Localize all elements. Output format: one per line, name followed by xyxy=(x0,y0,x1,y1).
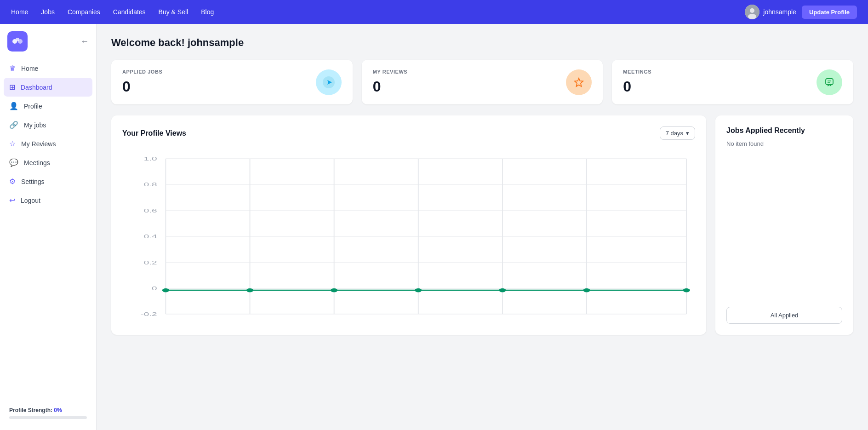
link-icon: 🔗 xyxy=(9,120,18,129)
svg-point-5 xyxy=(16,38,19,41)
sidebar-item-my-jobs[interactable]: 🔗 My jobs xyxy=(0,115,96,134)
chat-icon: 💬 xyxy=(9,158,18,167)
meetings-icon xyxy=(817,69,842,95)
avatar xyxy=(745,5,760,19)
my-reviews-icon xyxy=(566,69,592,95)
sidebar-item-settings[interactable]: ⚙ Settings xyxy=(0,172,96,191)
meetings-label: MEETINGS xyxy=(623,69,651,75)
stat-card-meetings: MEETINGS 0 xyxy=(612,60,853,104)
svg-point-35 xyxy=(162,288,169,292)
profile-views-title: Your Profile Views xyxy=(122,129,186,138)
svg-point-39 xyxy=(499,288,506,292)
top-navigation: Home Jobs Companies Candidates Buy & Sel… xyxy=(0,0,868,24)
jobs-applied-title: Jobs Applied Recently xyxy=(726,126,842,135)
crown-icon: ♛ xyxy=(9,64,16,73)
dashboard-icon: ⊞ xyxy=(9,83,15,92)
welcome-title: Welcome back! johnsample xyxy=(111,37,853,49)
sidebar-item-dashboard[interactable]: ⊞ Dashboard xyxy=(4,78,92,97)
profile-strength: Profile Strength: 0% xyxy=(0,400,96,423)
svg-text:0.2: 0.2 xyxy=(144,260,157,266)
star-icon: ☆ xyxy=(9,139,16,148)
svg-text:0.8: 0.8 xyxy=(144,182,157,188)
svg-point-1 xyxy=(750,8,754,13)
logo-icon xyxy=(7,31,28,52)
jobs-applied-card: Jobs Applied Recently No item found All … xyxy=(715,115,853,335)
svg-point-41 xyxy=(683,288,690,292)
nav-companies[interactable]: Companies xyxy=(68,8,100,16)
nav-buy-sell[interactable]: Buy & Sell xyxy=(159,8,188,16)
profile-views-card: Your Profile Views 7 days ▾ xyxy=(111,115,706,335)
sidebar-item-my-reviews[interactable]: ☆ My Reviews xyxy=(0,134,96,153)
main-content: Welcome back! johnsample APPLIED JOBS 0 xyxy=(97,24,868,430)
svg-text:1.0: 1.0 xyxy=(144,156,157,162)
svg-point-36 xyxy=(246,288,253,292)
all-applied-button[interactable]: All Applied xyxy=(726,307,842,324)
svg-point-37 xyxy=(331,288,337,292)
sidebar-item-profile[interactable]: 👤 Profile xyxy=(0,97,96,115)
username-label: johnsample xyxy=(763,8,796,16)
sidebar-item-home[interactable]: ♛ Home xyxy=(0,59,96,78)
update-profile-button[interactable]: Update Profile xyxy=(802,6,857,19)
svg-point-40 xyxy=(583,288,590,292)
user-info: johnsample xyxy=(745,5,796,19)
applied-jobs-value: 0 xyxy=(122,78,162,95)
nav-candidates[interactable]: Candidates xyxy=(113,8,146,16)
back-arrow-button[interactable]: ← xyxy=(80,37,89,46)
applied-jobs-icon xyxy=(316,69,342,95)
stats-row: APPLIED JOBS 0 MY REVIEWS 0 xyxy=(111,60,853,104)
no-item-text: No item found xyxy=(726,140,842,299)
nav-blog[interactable]: Blog xyxy=(201,8,214,16)
svg-text:0.4: 0.4 xyxy=(144,234,157,240)
svg-text:-0.2: -0.2 xyxy=(141,311,157,317)
user-icon: 👤 xyxy=(9,102,18,110)
bottom-row: Your Profile Views 7 days ▾ xyxy=(111,115,853,335)
settings-icon: ⚙ xyxy=(9,177,16,186)
sidebar: ← ♛ Home ⊞ Dashboard 👤 Profile 🔗 My jobs… xyxy=(0,24,97,430)
svg-point-38 xyxy=(415,288,422,292)
svg-text:0.6: 0.6 xyxy=(144,208,157,214)
stat-card-applied-jobs: APPLIED JOBS 0 xyxy=(111,60,353,104)
sidebar-item-logout[interactable]: ↩ Logout xyxy=(0,191,96,210)
chevron-down-icon: ▾ xyxy=(686,130,689,137)
nav-jobs[interactable]: Jobs xyxy=(41,8,55,16)
days-dropdown[interactable]: 7 days ▾ xyxy=(660,126,695,140)
svg-rect-9 xyxy=(826,79,833,85)
sidebar-item-meetings[interactable]: 💬 Meetings xyxy=(0,153,96,172)
svg-text:0: 0 xyxy=(152,286,157,292)
applied-jobs-label: APPLIED JOBS xyxy=(122,69,162,75)
nav-home[interactable]: Home xyxy=(11,8,28,16)
logout-icon: ↩ xyxy=(9,196,15,205)
my-reviews-label: MY REVIEWS xyxy=(373,69,408,75)
chart-svg: 1.0 0.8 0.6 0.4 0.2 0 -0.2 xyxy=(122,149,695,324)
meetings-value: 0 xyxy=(623,78,651,95)
my-reviews-value: 0 xyxy=(373,78,408,95)
stat-card-my-reviews: MY REVIEWS 0 xyxy=(362,60,603,104)
chart-container: 1.0 0.8 0.6 0.4 0.2 0 -0.2 xyxy=(122,149,695,324)
svg-point-2 xyxy=(748,14,756,19)
svg-marker-8 xyxy=(575,78,583,86)
progress-bar-background xyxy=(9,416,87,419)
